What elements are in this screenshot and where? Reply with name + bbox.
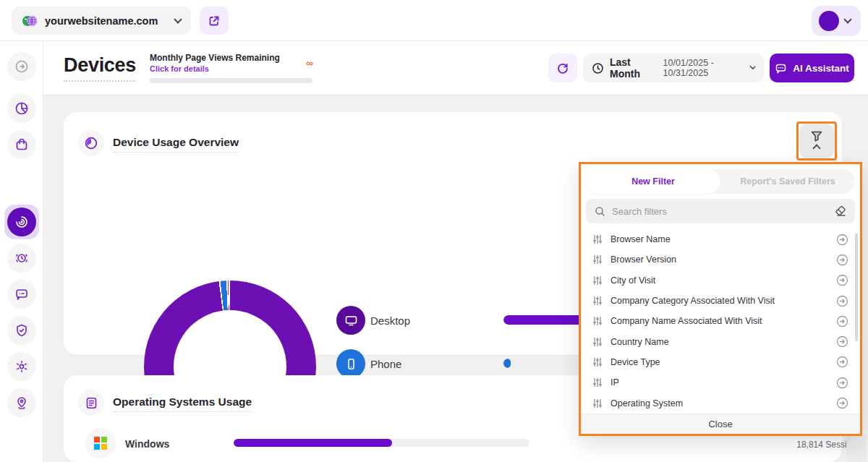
os-sessions: 18,814 Sessions [745, 440, 861, 450]
shield-check-icon [14, 323, 29, 338]
shopping-bag-icon [14, 137, 29, 152]
filter-list-item[interactable]: IP [581, 372, 860, 393]
phone-legend-circle [336, 349, 365, 378]
page-title: Devices [64, 54, 136, 82]
filter-item-label: Company Category Associated With Visit [610, 296, 828, 306]
arrow-circle-icon[interactable] [836, 356, 848, 368]
top-bar: yourwebsitename.com [0, 0, 868, 41]
filter-list-item[interactable]: Company Category Associated With Visit [581, 291, 860, 311]
sliders-icon [592, 296, 603, 306]
sidebar-item-feedback[interactable] [7, 280, 36, 309]
sidebar-item-security[interactable] [7, 316, 36, 345]
pie-chart-badge-icon [78, 130, 104, 156]
filter-item-label: Country Name [610, 337, 828, 347]
avatar [819, 11, 839, 31]
arrow-circle-icon[interactable] [836, 397, 848, 409]
os-row-label: Windows [125, 438, 169, 450]
user-menu[interactable] [812, 6, 861, 36]
os-filter-button-partial[interactable] [846, 434, 867, 462]
range-label: Last Month [610, 56, 655, 80]
phone-bar-fill [503, 359, 511, 368]
filter-list-item[interactable]: Country Name [581, 331, 860, 351]
app-window: yourwebsitename.com [0, 0, 868, 462]
date-range-selector[interactable]: Last Month 10/01/2025 - 10/31/2025 [583, 54, 764, 82]
filter-list-item[interactable]: Browser Version [581, 249, 860, 270]
sidebar [0, 41, 43, 462]
search-input[interactable] [612, 206, 828, 217]
chat-bubble-icon [14, 287, 29, 301]
tab-new-filter[interactable]: New Filter [586, 169, 720, 194]
arrow-circle-icon[interactable] [836, 315, 848, 328]
windows-logo-badge [85, 428, 116, 458]
filter-list: Browser Name Browser Version [581, 229, 860, 414]
filter-item-label: Company Name Associated With Visit [610, 316, 828, 326]
sidebar-item-ecommerce[interactable] [7, 130, 36, 159]
filter-list-scrollbar[interactable] [855, 233, 858, 341]
tab-saved-filters[interactable]: Report's Saved Filters [720, 169, 855, 194]
sliders-icon [592, 357, 603, 367]
range-dates: 10/01/2025 - 10/31/2025 [663, 58, 744, 78]
sidebar-item-sessions[interactable] [7, 244, 36, 273]
sliders-icon [592, 275, 603, 286]
filter-item-label: Browser Version [610, 254, 828, 265]
arrow-circle-icon[interactable] [836, 274, 848, 286]
arrow-circle-icon[interactable] [836, 254, 848, 266]
funnel-icon [811, 131, 822, 142]
sliders-icon [592, 234, 603, 244]
quota-details-link[interactable]: Click for details [150, 64, 209, 73]
website-globe-icon [22, 13, 38, 29]
document-badge-icon [78, 390, 104, 416]
arrow-circle-icon[interactable] [836, 295, 848, 307]
ai-assistant-button[interactable]: AI Assistant [770, 54, 854, 82]
refresh-icon [556, 61, 569, 74]
chevron-down-icon [174, 15, 182, 23]
gear-icon [14, 359, 29, 374]
pie-chart-icon [14, 101, 29, 116]
sliders-icon [592, 337, 603, 347]
phone-icon [344, 357, 358, 371]
filter-close-button[interactable]: Close [581, 414, 860, 434]
website-selector[interactable]: yourwebsitename.com [12, 7, 191, 35]
sidebar-item-dashboard[interactable] [7, 94, 36, 123]
filter-toggle-button[interactable] [799, 124, 834, 158]
filter-item-label: Browser Name [610, 234, 828, 244]
filter-panel: New Filter Report's Saved Filters [579, 162, 862, 436]
sidebar-item-locations[interactable] [7, 388, 36, 417]
chevron-up-icon [812, 144, 820, 152]
filter-search [586, 199, 855, 223]
desktop-icon [344, 314, 358, 328]
eraser-icon[interactable] [835, 205, 846, 217]
sidebar-collapse-button[interactable] [7, 52, 36, 81]
chevron-down-icon [749, 64, 755, 69]
ai-assistant-label: AI Assistant [793, 63, 849, 74]
os-bar-track [234, 439, 529, 447]
sidebar-item-settings[interactable] [7, 352, 36, 381]
os-bar-fill [234, 439, 392, 447]
sidebar-item-devices-active[interactable] [4, 205, 39, 239]
arrow-circle-icon[interactable] [836, 335, 848, 348]
page-header: Devices Monthly Page Views Remaining Cli… [43, 41, 868, 95]
collapse-arrow-icon [14, 59, 29, 74]
external-link-icon [208, 15, 220, 27]
quota-progress-bar [150, 78, 312, 83]
filter-list-item[interactable]: Browser Name [581, 229, 860, 249]
website-name: yourwebsitename.com [45, 15, 168, 27]
device-card-title: Device Usage Overview [113, 136, 239, 153]
ai-chat-icon [775, 62, 787, 74]
refresh-button[interactable] [548, 54, 577, 82]
filter-list-item[interactable]: City of Visit [581, 270, 860, 291]
desktop-legend-circle [336, 306, 365, 335]
arrow-circle-icon[interactable] [836, 377, 848, 389]
filter-item-label: Device Type [610, 357, 828, 367]
filter-tabs: New Filter Report's Saved Filters [586, 169, 855, 194]
sliders-icon [592, 316, 603, 326]
clock-icon [592, 62, 604, 74]
open-website-button[interactable] [200, 7, 229, 35]
windows-logo-icon [94, 437, 107, 450]
filter-list-item[interactable]: Operating System [581, 393, 860, 413]
filter-list-item[interactable]: Company Name Associated With Visit [581, 311, 860, 331]
filter-list-item[interactable]: Device Type [581, 352, 860, 372]
desktop-label: Desktop [370, 315, 410, 327]
phone-label: Phone [370, 358, 401, 370]
arrow-circle-icon[interactable] [836, 234, 848, 246]
